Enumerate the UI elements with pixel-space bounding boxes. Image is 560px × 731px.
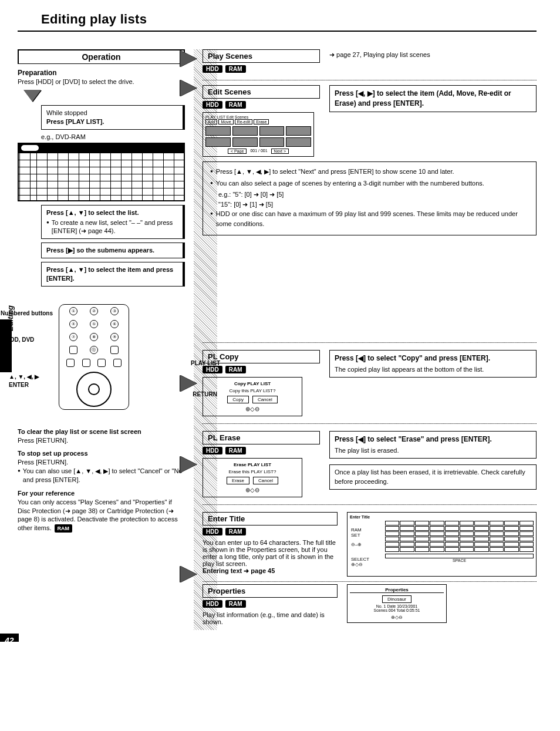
preparation-text: Press [HDD] or [DVD] to select the drive… (18, 78, 185, 85)
step-1-context: While stopped (46, 109, 178, 117)
pl-erase-title: PL Erase (203, 431, 320, 444)
pl-copy-action: Press [◀] to select "Copy" and press [EN… (329, 350, 537, 378)
clear-screen-heading: To clear the play list or scene list scr… (18, 427, 185, 436)
remote-arrows-label: ▲, ▼, ◀, ▶ (9, 373, 39, 380)
ram-badge-4: RAM (225, 447, 246, 454)
step-4-box: Press [▲, ▼] to select the item and pres… (41, 262, 185, 287)
edit-scenes-notes: Press [▲, ▼, ◀, ▶] to select "Next" and … (203, 161, 537, 235)
remote-illustration: ①②③ ④⑤⑥ ⑦⑧⑨ ⓪ (59, 304, 129, 410)
hdd-badge-2: HDD (203, 101, 222, 109)
properties-desc: Play list information (e.g., time and da… (203, 611, 338, 625)
step-1-action: Press [PLAY LIST]. (46, 117, 178, 126)
preparation-label: Preparation (18, 69, 185, 77)
ram-badge-6: RAM (225, 600, 246, 608)
step-1-box: While stopped Press [PLAY LIST]. (41, 105, 185, 130)
properties-title: Properties (203, 584, 338, 598)
flow-arrow-4 (180, 456, 197, 473)
reference-heading: For your reference (18, 489, 185, 498)
pl-erase-warning: Once a play list has been erased, it is … (329, 464, 537, 490)
play-scenes-ref: page 27, Playing play list scenes (329, 51, 537, 59)
title-rule (18, 31, 537, 32)
hdd-badge-3: HDD (203, 366, 222, 373)
pl-copy-title: PL Copy (203, 350, 320, 363)
stop-process-text: Press [RETURN]. (18, 458, 185, 467)
pl-erase-screen-mock: Erase PLAY LIST Erase this PLAY LIST? Er… (203, 458, 302, 497)
clear-screen-text: Press [RETURN]. (18, 436, 185, 445)
step-3-box: Press [▶] so the submenu appears. (41, 242, 185, 258)
remote-hdd-label: HDD, DVD (6, 336, 34, 343)
enter-title-ref: Entering text ➜ page 45 (203, 567, 338, 575)
flow-arrow-3 (180, 375, 197, 392)
ram-badge-inline: RAM (55, 524, 73, 533)
remote-enter-label: ENTER (9, 382, 29, 388)
ram-badge-5: RAM (225, 528, 246, 535)
page-number: 42 (0, 634, 19, 642)
enter-title-title: Enter Title (203, 512, 338, 525)
step-arrow-1 (23, 90, 41, 102)
ram-badge: RAM (225, 65, 246, 73)
step-2-note: To create a new list, select "– –" and p… (52, 218, 178, 236)
enter-title-desc: You can enter up to 64 characters. The f… (203, 539, 338, 567)
ram-badge-2: RAM (225, 101, 246, 109)
flow-arrow-1 (180, 50, 197, 67)
playlist-screen-mock (18, 143, 185, 201)
reference-text: You can only access "Play Scenes" and "P… (18, 498, 178, 532)
pl-erase-action: Press [◀] to select "Erase" and press [E… (329, 431, 537, 459)
step-4-action: Press [▲, ▼] to select the item and pres… (46, 265, 178, 283)
operation-header: Operation (18, 49, 185, 64)
flow-arrow-2 (180, 80, 197, 96)
step-2-action: Press [▲, ▼] to select the list. (46, 208, 178, 217)
hdd-badge-4: HDD (203, 447, 222, 454)
step-2-box: Press [▲, ▼] to select the list. To crea… (41, 205, 185, 240)
edit-scenes-grid-mock: PLAY LIST Edit Scenes Add Move Re-edit E… (203, 112, 314, 157)
stop-process-heading: To stop set up process (18, 449, 185, 458)
ram-badge-3: RAM (225, 366, 246, 373)
properties-mock: Properties Dinosaur No. 1 Date 10/23/200… (347, 584, 447, 623)
page-title: Editing play lists (41, 12, 537, 27)
hdd-badge-5: HDD (203, 528, 222, 535)
flow-arrow-5 (180, 566, 197, 582)
step-3-action: Press [▶] so the submenu appears. (46, 246, 178, 255)
side-label: Editing (6, 305, 15, 331)
remote-numbered-label: Numbered buttons (0, 310, 53, 316)
pl-copy-screen-mock: Copy PLAY LIST Copy this PLAY LIST? Copy… (203, 377, 302, 416)
edit-scenes-title: Edit Scenes (203, 85, 320, 99)
enter-title-keyboard-mock: Enter Title SPACE RAMSET ⊖–⊕ SELECT⊕◇⊖ (347, 512, 537, 577)
play-scenes-title: Play Scenes (203, 49, 320, 63)
example-label: e.g., DVD-RAM (41, 133, 185, 140)
edit-scenes-action: Press [◀, ▶] to select the item (Add, Mo… (329, 85, 537, 112)
hdd-badge-6: HDD (203, 600, 222, 608)
stop-process-bullet: You can also use [▲, ▼, ◀, ▶] to select … (23, 467, 185, 484)
hdd-badge: HDD (203, 65, 222, 73)
